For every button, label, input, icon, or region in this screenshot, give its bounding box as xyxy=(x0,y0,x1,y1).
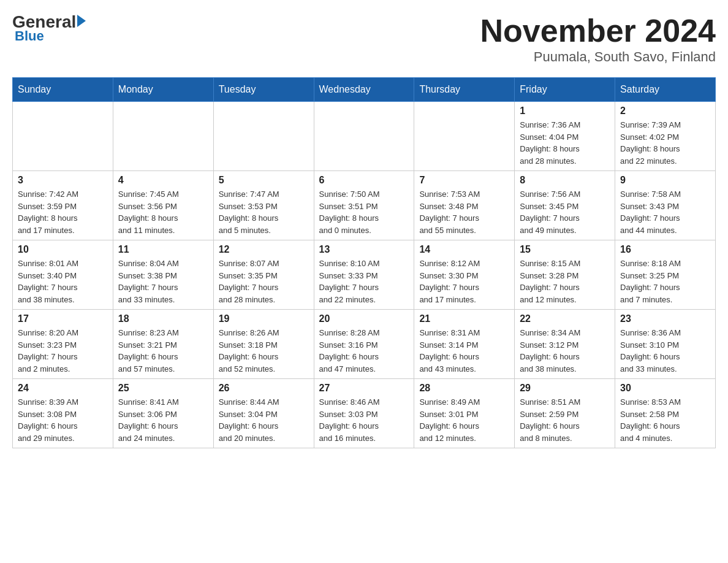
calendar-cell: 16Sunrise: 8:18 AM Sunset: 3:25 PM Dayli… xyxy=(615,240,716,310)
calendar-cell: 4Sunrise: 7:45 AM Sunset: 3:56 PM Daylig… xyxy=(113,171,213,240)
day-info: Sunrise: 8:39 AM Sunset: 3:08 PM Dayligh… xyxy=(18,396,108,444)
calendar-cell: 2Sunrise: 7:39 AM Sunset: 4:02 PM Daylig… xyxy=(615,102,716,171)
calendar-cell: 11Sunrise: 8:04 AM Sunset: 3:38 PM Dayli… xyxy=(113,240,213,310)
calendar-cell: 9Sunrise: 7:58 AM Sunset: 3:43 PM Daylig… xyxy=(615,171,716,240)
header-cell-tuesday: Tuesday xyxy=(213,78,314,102)
header-cell-friday: Friday xyxy=(515,78,615,102)
calendar-cell xyxy=(213,102,314,171)
day-number: 24 xyxy=(18,383,108,394)
calendar-cell: 7Sunrise: 7:53 AM Sunset: 3:48 PM Daylig… xyxy=(414,171,515,240)
day-info: Sunrise: 8:04 AM Sunset: 3:38 PM Dayligh… xyxy=(118,258,208,305)
calendar-cell: 10Sunrise: 8:01 AM Sunset: 3:40 PM Dayli… xyxy=(13,240,113,310)
day-info: Sunrise: 8:31 AM Sunset: 3:14 PM Dayligh… xyxy=(419,327,509,375)
day-info: Sunrise: 8:36 AM Sunset: 3:10 PM Dayligh… xyxy=(620,327,710,375)
calendar-cell xyxy=(113,102,213,171)
day-number: 8 xyxy=(520,175,610,186)
calendar-cell: 20Sunrise: 8:28 AM Sunset: 3:16 PM Dayli… xyxy=(314,310,414,379)
header-cell-monday: Monday xyxy=(113,78,213,102)
day-number: 26 xyxy=(219,383,309,394)
day-info: Sunrise: 7:39 AM Sunset: 4:02 PM Dayligh… xyxy=(620,119,710,167)
week-row-2: 3Sunrise: 7:42 AM Sunset: 3:59 PM Daylig… xyxy=(13,171,716,240)
day-number: 15 xyxy=(520,244,610,255)
day-info: Sunrise: 8:51 AM Sunset: 2:59 PM Dayligh… xyxy=(520,396,610,444)
day-number: 17 xyxy=(18,313,108,324)
page-header: General Blue November 2024 Puumala, Sout… xyxy=(12,12,716,65)
day-info: Sunrise: 7:50 AM Sunset: 3:51 PM Dayligh… xyxy=(319,188,409,236)
day-info: Sunrise: 7:53 AM Sunset: 3:48 PM Dayligh… xyxy=(419,188,509,236)
calendar-cell: 1Sunrise: 7:36 AM Sunset: 4:04 PM Daylig… xyxy=(515,102,615,171)
day-number: 22 xyxy=(520,313,610,324)
day-number: 6 xyxy=(319,175,409,186)
calendar-cell: 19Sunrise: 8:26 AM Sunset: 3:18 PM Dayli… xyxy=(213,310,314,379)
logo-blue-text: Blue xyxy=(15,28,44,44)
day-info: Sunrise: 8:18 AM Sunset: 3:25 PM Dayligh… xyxy=(620,258,710,305)
day-info: Sunrise: 8:23 AM Sunset: 3:21 PM Dayligh… xyxy=(118,327,208,375)
day-number: 13 xyxy=(319,244,409,255)
day-info: Sunrise: 8:49 AM Sunset: 3:01 PM Dayligh… xyxy=(419,396,509,444)
day-number: 12 xyxy=(219,244,309,255)
calendar-cell: 21Sunrise: 8:31 AM Sunset: 3:14 PM Dayli… xyxy=(414,310,515,379)
logo: General Blue xyxy=(12,12,86,44)
calendar-cell: 24Sunrise: 8:39 AM Sunset: 3:08 PM Dayli… xyxy=(13,379,113,448)
day-info: Sunrise: 8:41 AM Sunset: 3:06 PM Dayligh… xyxy=(118,396,208,444)
day-info: Sunrise: 7:56 AM Sunset: 3:45 PM Dayligh… xyxy=(520,188,610,236)
day-number: 27 xyxy=(319,383,409,394)
day-number: 23 xyxy=(620,313,710,324)
week-row-1: 1Sunrise: 7:36 AM Sunset: 4:04 PM Daylig… xyxy=(13,102,716,171)
day-number: 19 xyxy=(219,313,309,324)
header-row: SundayMondayTuesdayWednesdayThursdayFrid… xyxy=(13,78,716,102)
calendar-cell: 14Sunrise: 8:12 AM Sunset: 3:30 PM Dayli… xyxy=(414,240,515,310)
calendar-cell: 15Sunrise: 8:15 AM Sunset: 3:28 PM Dayli… xyxy=(515,240,615,310)
week-row-3: 10Sunrise: 8:01 AM Sunset: 3:40 PM Dayli… xyxy=(13,240,716,310)
day-number: 30 xyxy=(620,383,710,394)
calendar-body: 1Sunrise: 7:36 AM Sunset: 4:04 PM Daylig… xyxy=(13,102,716,448)
day-number: 4 xyxy=(118,175,208,186)
header-cell-sunday: Sunday xyxy=(13,78,113,102)
day-info: Sunrise: 8:53 AM Sunset: 2:58 PM Dayligh… xyxy=(620,396,710,444)
day-number: 14 xyxy=(419,244,509,255)
header-cell-wednesday: Wednesday xyxy=(314,78,414,102)
day-info: Sunrise: 8:44 AM Sunset: 3:04 PM Dayligh… xyxy=(219,396,309,444)
week-row-5: 24Sunrise: 8:39 AM Sunset: 3:08 PM Dayli… xyxy=(13,379,716,448)
day-number: 2 xyxy=(620,105,710,117)
subtitle: Puumala, South Savo, Finland xyxy=(480,49,716,65)
day-number: 1 xyxy=(520,105,610,117)
day-number: 7 xyxy=(419,175,509,186)
day-number: 3 xyxy=(18,175,108,186)
calendar-table: SundayMondayTuesdayWednesdayThursdayFrid… xyxy=(12,77,716,448)
day-info: Sunrise: 8:07 AM Sunset: 3:35 PM Dayligh… xyxy=(219,258,309,305)
calendar-cell: 26Sunrise: 8:44 AM Sunset: 3:04 PM Dayli… xyxy=(213,379,314,448)
day-info: Sunrise: 8:01 AM Sunset: 3:40 PM Dayligh… xyxy=(18,258,108,305)
calendar-header: SundayMondayTuesdayWednesdayThursdayFrid… xyxy=(13,78,716,102)
day-info: Sunrise: 8:28 AM Sunset: 3:16 PM Dayligh… xyxy=(319,327,409,375)
day-number: 5 xyxy=(219,175,309,186)
day-number: 9 xyxy=(620,175,710,186)
day-number: 16 xyxy=(620,244,710,255)
calendar-cell: 6Sunrise: 7:50 AM Sunset: 3:51 PM Daylig… xyxy=(314,171,414,240)
day-info: Sunrise: 7:45 AM Sunset: 3:56 PM Dayligh… xyxy=(118,188,208,236)
calendar-cell: 17Sunrise: 8:20 AM Sunset: 3:23 PM Dayli… xyxy=(13,310,113,379)
day-info: Sunrise: 8:34 AM Sunset: 3:12 PM Dayligh… xyxy=(520,327,610,375)
day-number: 25 xyxy=(118,383,208,394)
calendar-cell: 28Sunrise: 8:49 AM Sunset: 3:01 PM Dayli… xyxy=(414,379,515,448)
calendar-cell: 29Sunrise: 8:51 AM Sunset: 2:59 PM Dayli… xyxy=(515,379,615,448)
calendar-cell: 22Sunrise: 8:34 AM Sunset: 3:12 PM Dayli… xyxy=(515,310,615,379)
day-number: 29 xyxy=(520,383,610,394)
day-info: Sunrise: 7:36 AM Sunset: 4:04 PM Dayligh… xyxy=(520,119,610,167)
day-info: Sunrise: 8:46 AM Sunset: 3:03 PM Dayligh… xyxy=(319,396,409,444)
calendar-cell: 3Sunrise: 7:42 AM Sunset: 3:59 PM Daylig… xyxy=(13,171,113,240)
week-row-4: 17Sunrise: 8:20 AM Sunset: 3:23 PM Dayli… xyxy=(13,310,716,379)
day-number: 10 xyxy=(18,244,108,255)
day-info: Sunrise: 8:20 AM Sunset: 3:23 PM Dayligh… xyxy=(18,327,108,375)
calendar-cell: 8Sunrise: 7:56 AM Sunset: 3:45 PM Daylig… xyxy=(515,171,615,240)
day-number: 11 xyxy=(118,244,208,255)
day-info: Sunrise: 7:42 AM Sunset: 3:59 PM Dayligh… xyxy=(18,188,108,236)
day-info: Sunrise: 8:26 AM Sunset: 3:18 PM Dayligh… xyxy=(219,327,309,375)
day-number: 20 xyxy=(319,313,409,324)
calendar-cell xyxy=(314,102,414,171)
day-info: Sunrise: 8:10 AM Sunset: 3:33 PM Dayligh… xyxy=(319,258,409,305)
calendar-cell: 13Sunrise: 8:10 AM Sunset: 3:33 PM Dayli… xyxy=(314,240,414,310)
main-title: November 2024 xyxy=(480,12,716,49)
logo-arrow-icon xyxy=(77,15,86,27)
calendar-cell: 12Sunrise: 8:07 AM Sunset: 3:35 PM Dayli… xyxy=(213,240,314,310)
